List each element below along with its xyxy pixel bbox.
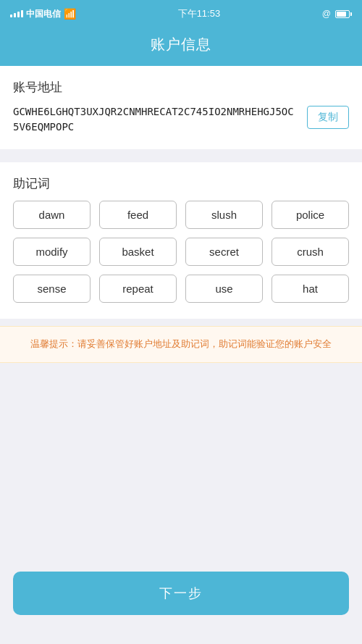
at-icon: @ xyxy=(322,9,331,19)
mnemonic-grid: dawnfeedslushpolicemodifybasketsecretcru… xyxy=(13,201,349,303)
account-label: 账号地址 xyxy=(13,79,349,96)
mnemonic-word: modify xyxy=(13,238,90,266)
account-address: GCWHE6LGHQT3UXJQR2CNMHRECAT2C745IO2NMRHE… xyxy=(13,104,300,135)
divider-1 xyxy=(0,156,362,162)
bottom-area: 下一步 xyxy=(0,471,362,644)
mnemonic-word: hat xyxy=(272,275,349,303)
mnemonic-word: slush xyxy=(185,201,263,229)
signal-icon xyxy=(10,10,23,17)
status-time: 下午11:53 xyxy=(178,7,221,20)
page-header: 账户信息 xyxy=(0,26,362,66)
mnemonic-word: feed xyxy=(99,201,177,229)
status-bar: 中国电信 📶 下午11:53 @ xyxy=(0,0,362,26)
mnemonic-word: sense xyxy=(13,275,90,303)
mnemonic-word: basket xyxy=(99,238,177,266)
mnemonic-section: 助记词 dawnfeedslushpolicemodifybasketsecre… xyxy=(0,162,362,319)
mnemonic-word: crush xyxy=(272,238,349,266)
status-carrier: 中国电信 📶 xyxy=(10,8,76,20)
warning-section: 温馨提示：请妥善保管好账户地址及助记词，助记词能验证您的账户安全 xyxy=(0,326,362,363)
status-right: @ xyxy=(322,9,352,19)
page-title: 账户信息 xyxy=(151,36,211,52)
mnemonic-word: use xyxy=(185,275,263,303)
mnemonic-word: secret xyxy=(185,238,263,266)
copy-button[interactable]: 复制 xyxy=(307,106,349,129)
mnemonic-label: 助记词 xyxy=(13,175,349,192)
mnemonic-word: repeat xyxy=(99,275,177,303)
wifi-icon: 📶 xyxy=(64,8,76,20)
address-row: GCWHE6LGHQT3UXJQR2CNMHRECAT2C745IO2NMRHE… xyxy=(13,104,349,135)
warning-text: 温馨提示：请妥善保管好账户地址及助记词，助记词能验证您的账户安全 xyxy=(30,338,332,349)
mnemonic-word: dawn xyxy=(13,201,90,229)
account-section: 账号地址 GCWHE6LGHQT3UXJQR2CNMHRECAT2C745IO2… xyxy=(0,66,362,149)
next-button[interactable]: 下一步 xyxy=(13,572,349,615)
mnemonic-word: police xyxy=(272,201,349,229)
main-content: 账号地址 GCWHE6LGHQT3UXJQR2CNMHRECAT2C745IO2… xyxy=(0,66,362,471)
battery-icon xyxy=(335,10,352,18)
